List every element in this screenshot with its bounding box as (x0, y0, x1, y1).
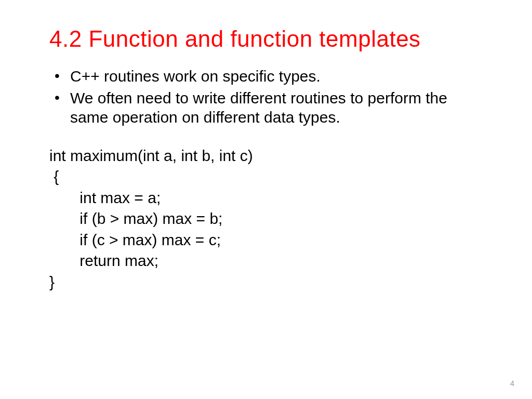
slide: 4.2 Function and function templates C++ … (0, 0, 532, 399)
code-block: int maximum(int a, int b, int c) { int m… (49, 145, 485, 293)
list-item: We often need to write different routine… (49, 88, 485, 127)
page-number: 4 (510, 379, 514, 388)
bullet-list: C++ routines work on specific types. We … (49, 66, 485, 127)
slide-body: C++ routines work on specific types. We … (49, 66, 485, 292)
list-item: C++ routines work on specific types. (49, 66, 485, 86)
slide-title: 4.2 Function and function templates (49, 26, 485, 52)
